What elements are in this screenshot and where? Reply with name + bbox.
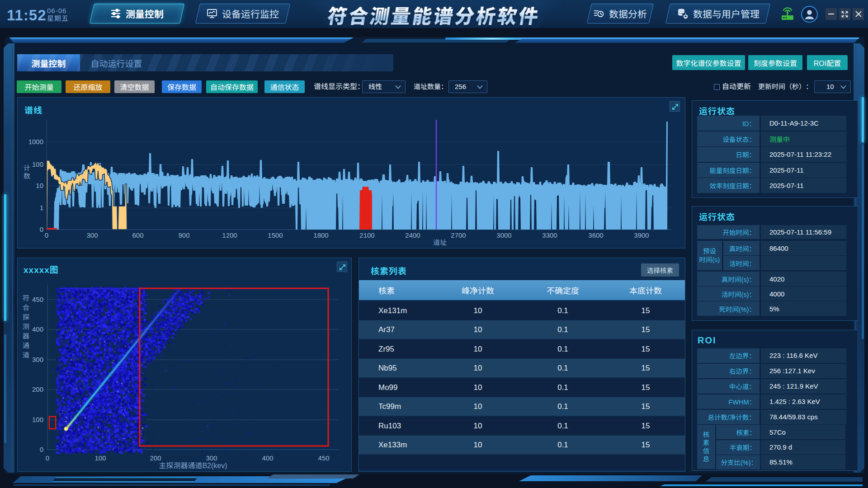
svg-text:测: 测	[23, 323, 29, 330]
svg-text:器: 器	[23, 332, 29, 340]
svg-text:3300: 3300	[542, 231, 557, 239]
svg-text:300: 300	[86, 231, 98, 239]
svg-text:1800: 1800	[313, 231, 328, 239]
svg-text:3900: 3900	[634, 231, 649, 239]
svg-text:1200: 1200	[222, 231, 237, 239]
svg-text:1000: 1000	[28, 138, 43, 145]
svg-text:100: 100	[94, 454, 106, 462]
svg-text:1500: 1500	[268, 231, 283, 239]
svg-text:3000: 3000	[496, 231, 511, 239]
svg-text:200: 200	[32, 385, 43, 393]
svg-text:0: 0	[40, 225, 43, 233]
svg-text:0: 0	[40, 446, 43, 453]
svg-text:2400: 2400	[405, 231, 420, 239]
svg-text:2100: 2100	[359, 231, 374, 239]
svg-text:400: 400	[262, 454, 273, 462]
svg-text:道: 道	[23, 351, 29, 359]
svg-text:0: 0	[46, 454, 49, 462]
svg-text:0: 0	[45, 231, 48, 239]
svg-text:3600: 3600	[588, 231, 603, 239]
svg-text:400: 400	[32, 325, 43, 333]
svg-text:300: 300	[32, 356, 43, 363]
svg-text:合: 合	[23, 304, 29, 311]
svg-text:300: 300	[206, 454, 217, 462]
svg-text:计: 计	[24, 164, 30, 172]
svg-text:450: 450	[32, 296, 43, 303]
svg-text:200: 200	[150, 454, 161, 462]
svg-text:10: 10	[36, 182, 43, 189]
svg-text:数: 数	[24, 172, 30, 180]
svg-text:100: 100	[32, 416, 43, 423]
svg-text:600: 600	[132, 231, 143, 239]
svg-text:2700: 2700	[451, 231, 466, 239]
svg-text:通: 通	[23, 342, 29, 349]
svg-text:450: 450	[318, 454, 329, 462]
svg-text:道址: 道址	[433, 239, 447, 246]
svg-text:100: 100	[32, 160, 43, 168]
svg-text:探: 探	[23, 313, 29, 321]
svg-text:符: 符	[23, 294, 29, 302]
svg-text:900: 900	[178, 231, 189, 239]
svg-text:1: 1	[40, 204, 43, 211]
svg-text:主探测器通道B2(kev): 主探测器通道B2(kev)	[159, 462, 227, 469]
